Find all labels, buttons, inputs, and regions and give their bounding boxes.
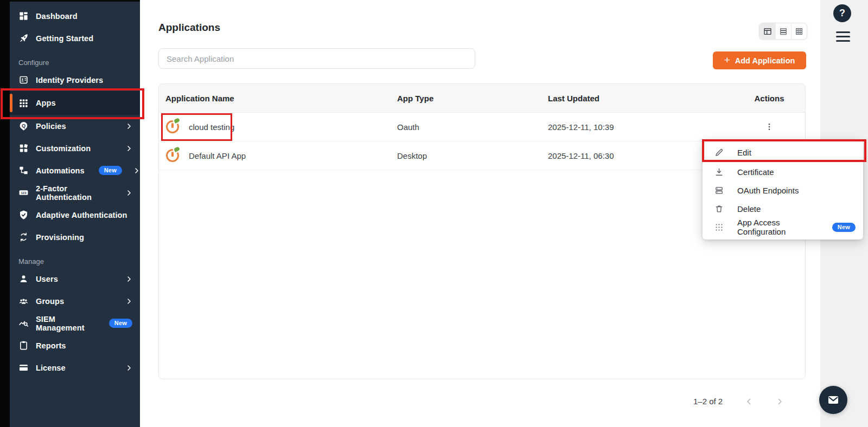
search-input[interactable] <box>158 48 475 69</box>
add-application-button[interactable]: + Add Application <box>713 51 806 69</box>
column-header-actions: Actions <box>733 94 805 103</box>
pagination: 1–2 of 2 <box>693 397 783 406</box>
chevron-right-icon <box>126 298 132 305</box>
view-toggle-table[interactable] <box>760 23 775 39</box>
chevron-right-icon <box>126 276 132 282</box>
view-toggle-grid[interactable] <box>791 23 807 39</box>
apps-grid-icon <box>18 98 29 108</box>
application-name: cloud testing <box>189 122 234 132</box>
sidebar-item-label: Customization <box>36 144 91 153</box>
svg-text:Q: Q <box>22 123 25 128</box>
help-button[interactable]: ? <box>833 4 851 22</box>
sidebar-item-label: Reports <box>36 341 66 350</box>
chevron-right-icon <box>133 167 140 174</box>
pencil-icon <box>714 148 724 157</box>
menu-item-edit[interactable]: Edit <box>703 142 863 163</box>
sidebar-item-label: Policies <box>36 122 66 131</box>
previous-page-icon[interactable] <box>745 398 753 405</box>
group-icon <box>18 296 29 306</box>
row-actions-kebab-icon[interactable] <box>762 120 776 134</box>
new-badge: New <box>109 319 132 328</box>
card-icon <box>18 363 29 373</box>
sidebar-item-label: License <box>36 364 66 372</box>
one-two-three-icon: 123 <box>18 187 29 198</box>
sync-icon <box>18 232 29 242</box>
sidebar-item-label: Provisioning <box>36 233 84 242</box>
sidebar-item-apps[interactable]: Apps <box>10 91 140 115</box>
sidebar-item-users[interactable]: Users <box>10 268 140 290</box>
sidebar-item-getting-started[interactable]: Getting Started <box>10 27 140 49</box>
sidebar-item-identity-providers[interactable]: Identity Providers <box>10 69 140 91</box>
sidebar-section-manage: Manage <box>10 248 140 268</box>
menu-item-certificate[interactable]: Certificate <box>703 163 863 181</box>
id-badge-icon <box>18 75 29 85</box>
sidebar-item-dashboard[interactable]: Dashboard <box>10 5 140 27</box>
menu-item-app-access-configuration[interactable]: App Access Configuration New <box>703 218 863 236</box>
menu-item-delete[interactable]: Delete <box>703 199 863 218</box>
view-toggle-list[interactable] <box>775 23 791 39</box>
policies-icon: Q <box>18 121 29 131</box>
sidebar-item-adaptive-authentication[interactable]: Adaptive Authentication <box>10 204 140 226</box>
automations-icon <box>18 165 29 176</box>
pagination-range: 1–2 of 2 <box>693 397 723 406</box>
new-badge: New <box>832 223 856 232</box>
sidebar-item-automations[interactable]: Automations New <box>10 159 140 182</box>
sidebar-item-label: SIEM Management <box>36 315 95 332</box>
sidebar-item-label: Dashboard <box>36 12 78 21</box>
sidebar-item-siem-management[interactable]: SIEM Management New <box>10 312 140 334</box>
app-type: Desktop <box>391 151 541 160</box>
table-row[interactable]: cloud testing Oauth 2025-12-11, 10:39 <box>159 113 805 141</box>
svg-text:123: 123 <box>21 191 27 195</box>
sidebar: Dashboard Getting Started Configure Iden… <box>10 0 140 427</box>
sidebar-item-customization[interactable]: Customization <box>10 137 140 159</box>
chevron-right-icon <box>126 123 132 130</box>
sidebar-item-2fa[interactable]: 123 2-Factor Authentication <box>10 182 140 204</box>
envelope-icon <box>827 393 840 406</box>
chevron-right-icon <box>126 145 132 152</box>
sidebar-item-label: Identity Providers <box>36 76 103 85</box>
sidebar-item-label: Groups <box>36 297 64 306</box>
app-logo-icon <box>165 120 180 134</box>
view-toggle-group <box>759 23 807 40</box>
chevron-right-icon <box>126 190 132 196</box>
sidebar-item-reports[interactable]: Reports <box>10 334 140 357</box>
sidebar-item-label: 2-Factor Authentication <box>36 184 107 202</box>
trash-icon <box>714 204 724 214</box>
last-updated: 2025-12-11, 10:39 <box>541 122 733 132</box>
support-chat-button[interactable] <box>819 386 847 414</box>
question-mark-icon: ? <box>839 8 845 19</box>
sidebar-item-label: Users <box>36 275 58 283</box>
sidebar-item-label: Automations <box>36 166 85 175</box>
column-header-application-name: Application Name <box>159 94 391 103</box>
sidebar-item-policies[interactable]: Q Policies <box>10 115 140 137</box>
main-area: Applications ? + Add Application Applica… <box>140 0 868 427</box>
chevron-right-icon <box>126 365 132 371</box>
app-logo-icon <box>165 148 180 163</box>
sidebar-item-provisioning[interactable]: Provisioning <box>10 226 140 248</box>
sidebar-section-configure: Configure <box>10 49 140 69</box>
user-icon <box>18 274 29 284</box>
new-badge: New <box>99 166 122 175</box>
dots-grid-icon <box>714 223 724 232</box>
column-header-app-type: App Type <box>391 94 541 103</box>
next-page-icon[interactable] <box>776 398 783 405</box>
sidebar-item-label: Adaptive Authentication <box>36 211 127 219</box>
sidebar-item-groups[interactable]: Groups <box>10 290 140 312</box>
column-header-last-updated: Last Updated <box>541 94 733 103</box>
menu-item-oauth-endpoints[interactable]: OAuth Endpoints <box>703 181 863 199</box>
page-title: Applications <box>158 22 220 34</box>
application-name: Default API App <box>189 151 246 160</box>
plus-icon: + <box>724 55 730 65</box>
endpoints-icon <box>714 186 724 195</box>
shield-check-icon <box>18 210 29 220</box>
clipboard-icon <box>18 340 29 351</box>
siem-chart-icon <box>18 318 29 328</box>
customization-icon <box>18 143 29 153</box>
row-actions-menu: Edit Certificate OAuth Endpoints Delete … <box>703 140 863 240</box>
table-header-row: Application Name App Type Last Updated A… <box>159 84 805 113</box>
sidebar-item-label: Apps <box>36 99 56 107</box>
sidebar-item-license[interactable]: License <box>10 357 140 379</box>
window-left-edge <box>0 0 10 427</box>
hamburger-menu-icon[interactable] <box>836 31 850 42</box>
download-icon <box>714 167 724 177</box>
